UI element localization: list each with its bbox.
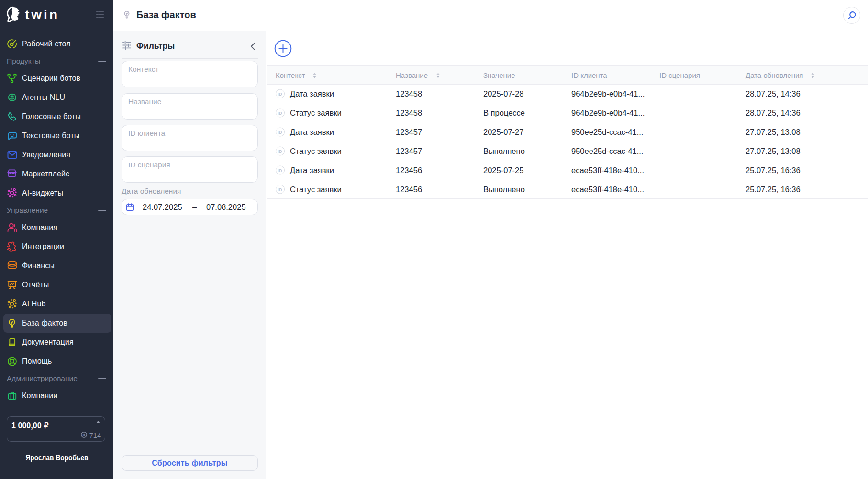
- svg-text:ID: ID: [83, 434, 85, 436]
